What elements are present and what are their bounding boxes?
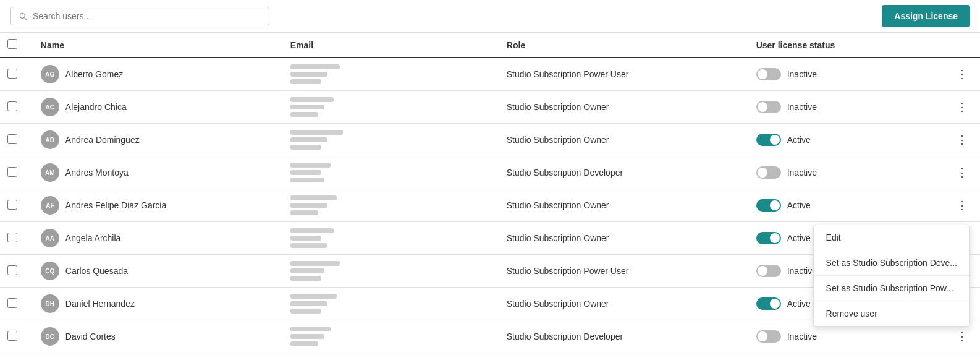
email-placeholder-line <box>290 228 334 233</box>
row-status-cell: Inactive <box>749 58 932 91</box>
user-name: Andres Montoya <box>65 168 129 178</box>
row-more-button[interactable]: ⋮ <box>952 98 973 116</box>
toggle-thumb <box>770 200 780 210</box>
email-placeholder-line <box>290 243 327 248</box>
row-status-cell: Active <box>749 189 932 222</box>
status-label: Inactive <box>787 69 817 79</box>
row-checkbox-cell <box>0 353 33 356</box>
row-email-cell <box>283 156 499 189</box>
context-menu-set-power[interactable]: Set as Studio Subscription Pow... <box>814 276 969 301</box>
row-checkbox-cell <box>0 222 33 255</box>
avatar: DH <box>41 294 59 313</box>
status-column-header: User license status <box>749 33 932 58</box>
row-name-cell: AFAndres Felipe Diaz Garcia <box>33 189 283 222</box>
email-placeholder-line <box>290 268 324 273</box>
row-checkbox-cell <box>0 320 33 353</box>
user-name: Alberto Gomez <box>65 69 123 79</box>
row-checkbox[interactable] <box>7 69 17 79</box>
row-role-cell: Studio Subscription Owner <box>499 91 749 124</box>
status-toggle[interactable] <box>756 330 781 343</box>
row-more-button[interactable]: ⋮ <box>952 196 973 215</box>
context-menu-remove[interactable]: Remove user <box>814 301 969 326</box>
row-checkbox-cell <box>0 189 33 222</box>
row-more-button[interactable]: ⋮ <box>952 130 973 149</box>
table-row: ADAndrea DominguezStudio Subscription Ow… <box>0 124 980 156</box>
select-all-checkbox[interactable] <box>7 39 17 49</box>
toggle-thumb <box>758 168 767 178</box>
user-name: Andrea Dominguez <box>65 135 140 145</box>
toggle-thumb <box>758 266 767 276</box>
status-label: Active <box>787 299 811 309</box>
status-toggle[interactable] <box>756 199 781 212</box>
search-input[interactable] <box>33 11 261 21</box>
context-menu-edit[interactable]: Edit <box>814 225 969 250</box>
row-status-cell: Active <box>749 124 932 156</box>
row-role-cell: Studio Subscription Power User <box>499 255 749 288</box>
status-toggle[interactable] <box>756 68 781 80</box>
assign-license-button[interactable]: Assign License <box>882 5 970 27</box>
row-checkbox[interactable] <box>7 200 17 210</box>
avatar: CQ <box>41 262 59 280</box>
row-checkbox[interactable] <box>7 233 17 242</box>
email-placeholder-line <box>290 145 321 150</box>
email-placeholder-line <box>290 341 318 346</box>
status-toggle[interactable] <box>756 297 781 310</box>
email-placeholder-line <box>290 334 324 339</box>
email-placeholder-line <box>290 301 327 306</box>
row-role-cell: Studio Subscription Owner <box>499 288 749 320</box>
row-name-cell: AGAlberto Gomez <box>33 58 283 91</box>
row-name-cell: DHDaniel Hernandez <box>33 288 283 320</box>
row-name-cell: AMAndres Montoya <box>33 156 283 189</box>
top-bar: Assign License <box>0 0 980 33</box>
row-email-cell <box>283 124 499 156</box>
row-checkbox[interactable] <box>7 101 17 111</box>
status-toggle[interactable] <box>756 166 781 179</box>
email-placeholder-line <box>290 64 340 69</box>
email-placeholder-line <box>290 105 324 109</box>
row-role-cell: Studio Subscription Owner <box>499 222 749 255</box>
row-checkbox[interactable] <box>7 298 17 308</box>
row-email-cell <box>283 353 499 356</box>
row-role-cell: Studio Subscription Developer <box>499 353 749 356</box>
email-column-header: Email <box>283 33 499 58</box>
row-more-button[interactable]: ⋮ <box>952 65 973 83</box>
user-name: Carlos Quesada <box>65 266 128 276</box>
status-toggle[interactable] <box>756 232 781 244</box>
context-menu-set-developer[interactable]: Set as Studio Subscription Deve... <box>814 250 969 276</box>
row-checkbox[interactable] <box>7 265 17 275</box>
status-toggle[interactable] <box>756 265 781 277</box>
user-name: David Cortes <box>65 331 116 341</box>
avatar: AC <box>41 98 59 116</box>
avatar: AM <box>41 163 59 182</box>
row-checkbox[interactable] <box>7 167 17 177</box>
row-checkbox[interactable] <box>7 331 17 341</box>
row-checkbox-cell <box>0 91 33 124</box>
avatar: AD <box>41 130 59 149</box>
table-header-row: Name Email Role User license status <box>0 33 980 58</box>
action-column-header <box>932 33 980 58</box>
row-action-cell: ⋮ <box>932 91 980 124</box>
status-toggle[interactable] <box>756 134 781 146</box>
status-label: Inactive <box>787 331 817 341</box>
toggle-thumb <box>770 233 780 243</box>
search-icon <box>18 11 28 21</box>
status-toggle[interactable] <box>756 101 781 113</box>
status-label: Active <box>787 135 811 145</box>
user-name: Andres Felipe Diaz Garcia <box>65 200 166 210</box>
row-name-cell: DCDavid Cortes <box>33 320 283 353</box>
email-placeholder-line <box>290 178 324 182</box>
status-label: Inactive <box>787 266 817 276</box>
avatar: AG <box>41 65 59 83</box>
search-container <box>10 7 269 25</box>
table-wrapper: Name Email Role User license status AGAl… <box>0 33 980 355</box>
row-action-cell: ⋮ <box>932 124 980 156</box>
email-placeholder-line <box>290 276 321 281</box>
row-role-cell: Studio Subscription Power User <box>499 58 749 91</box>
row-checkbox[interactable] <box>7 134 17 144</box>
email-placeholder-line <box>290 327 331 331</box>
email-placeholder-line <box>290 236 321 241</box>
email-placeholder-line <box>290 163 331 168</box>
row-more-button[interactable]: ⋮ <box>952 163 973 182</box>
row-more-button[interactable]: ⋮ <box>952 327 973 346</box>
email-placeholder-line <box>290 97 334 102</box>
